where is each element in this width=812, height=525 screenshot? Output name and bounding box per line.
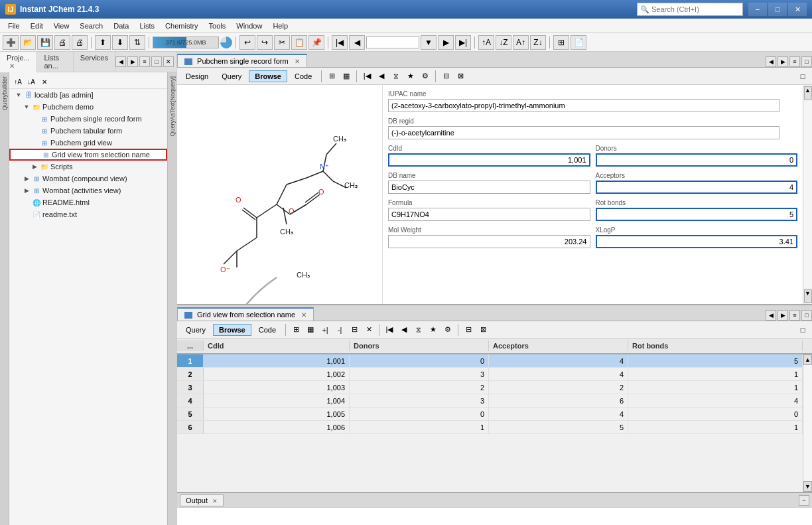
tab-single-record[interactable]: Pubchem single record form ✕ [177, 54, 307, 67]
paste-button[interactable]: 📌 [308, 35, 324, 50]
grid-scroll-down[interactable]: ▼ [803, 481, 812, 492]
tree-wombat-activities[interactable]: ▶ ⊞ Wombat (activities view) [9, 185, 167, 196]
grid-header-acceptors[interactable]: Acceptors [489, 340, 628, 351]
menu-window[interactable]: Window [231, 21, 267, 31]
table-button[interactable]: ⊞ [553, 35, 569, 50]
open-button[interactable]: 📂 [20, 35, 36, 50]
new-button[interactable]: ➕ [3, 35, 19, 50]
grid-table2-icon[interactable]: ▦ [304, 323, 317, 337]
tree-sort-desc[interactable]: ↓A [25, 76, 37, 87]
sort-asc-button[interactable]: ↑A [478, 35, 494, 50]
grid-filter-icon[interactable]: ⧖ [412, 323, 425, 337]
tree-wombat1-expand[interactable]: ▶ [23, 175, 31, 183]
copy-button[interactable]: 📋 [291, 35, 307, 50]
grid-row-5[interactable]: 5 1,005 0 4 0 [177, 408, 803, 421]
grid-header-donors[interactable]: Donors [350, 340, 489, 351]
xlogp-input[interactable] [596, 235, 798, 248]
output-tab-close[interactable]: ✕ [212, 498, 218, 504]
close-button[interactable]: ✕ [788, 3, 807, 16]
tree-grid-selection[interactable]: ⊞ Grid view from selection name [9, 149, 167, 161]
settings-icon[interactable]: ⚙ [419, 70, 432, 83]
prev-rec-icon[interactable]: ◀ [375, 70, 388, 83]
acceptors-input[interactable] [596, 181, 798, 194]
tab-grid-selection[interactable]: Grid view from selection name ✕ [177, 307, 314, 321]
grid-toolbar-browse[interactable]: Browse [213, 324, 251, 336]
grid-row-1[interactable]: 1 1,001 0 4 5 [177, 354, 803, 368]
save-button[interactable]: 💾 [37, 35, 53, 50]
tree-root[interactable]: ▼ 🗄 localdb [as admin] [9, 89, 167, 101]
queryastext-tab[interactable]: QueryAsText[Noquery] [169, 72, 176, 141]
molweight-input[interactable] [388, 235, 590, 248]
grid-row-3[interactable]: 3 1,003 2 2 1 [177, 381, 803, 394]
querybuilder-tab[interactable]: Querybuilder [1, 72, 9, 115]
tree-wombat2-expand[interactable]: ▶ [23, 187, 31, 194]
grid-header-rotbonds[interactable]: Rot bonds [628, 340, 803, 351]
table2-view-icon[interactable]: ▦ [340, 70, 353, 83]
scroll-up-btn[interactable]: ▲ [804, 86, 812, 100]
form-expand-icon[interactable]: □ [796, 70, 809, 83]
bottom-tab-close[interactable]: ✕ [301, 311, 306, 319]
import-button[interactable]: ⬆ [95, 35, 111, 50]
top-panel-nav-left[interactable]: ◀ [766, 56, 776, 67]
grid-expand-icon[interactable]: □ [796, 323, 809, 337]
menu-data[interactable]: Data [108, 21, 134, 31]
nav-input[interactable]: 1 / 1000 [366, 37, 419, 48]
cdid-input[interactable] [388, 153, 590, 167]
donors-input[interactable] [596, 153, 798, 167]
grid-row-6[interactable]: 6 1,006 1 5 1 [177, 421, 803, 434]
report-button[interactable]: 📄 [571, 35, 586, 50]
toolbar-code[interactable]: Code [289, 70, 318, 82]
sidebar-expand[interactable]: □ [151, 56, 162, 67]
tree-collapse[interactable]: ✕ [38, 76, 50, 87]
toolbar-design[interactable]: Design [180, 70, 214, 82]
last-button[interactable]: ▶| [455, 35, 471, 50]
output-tab[interactable]: Output ✕ [180, 494, 224, 506]
first-rec-icon[interactable]: |◀ [360, 70, 373, 83]
menu-search[interactable]: Search [74, 21, 108, 31]
form-split1-icon[interactable]: ⊟ [439, 70, 452, 83]
first-button[interactable]: |◀ [332, 35, 348, 50]
grid-header-cdid[interactable]: CdId [204, 340, 350, 351]
grid-scroll-up[interactable]: ▲ [803, 354, 812, 365]
scroll-down-btn[interactable]: ▼ [804, 289, 812, 303]
grid-prev-icon[interactable]: ◀ [397, 323, 411, 337]
dbregid-input[interactable] [388, 126, 779, 139]
grid-settings-icon[interactable]: ⚙ [441, 323, 454, 337]
tree-pubchem-expand[interactable]: ▼ [23, 103, 31, 111]
sidebar-close[interactable]: ✕ [163, 56, 174, 67]
search-input[interactable] [651, 5, 738, 13]
next-button[interactable]: ▶ [438, 35, 454, 50]
bookmark-icon[interactable]: ★ [404, 70, 417, 83]
rotbonds-input[interactable] [596, 208, 798, 221]
sidebar-menu[interactable]: ≡ [139, 56, 150, 67]
grid-toolbar-query[interactable]: Query [180, 324, 212, 336]
tree-pubchem-demo[interactable]: ▼ 📁 Pubchem demo [9, 101, 167, 113]
grid-split1-icon[interactable]: ⊟ [462, 323, 475, 337]
maximize-button[interactable]: □ [768, 3, 787, 16]
grid-first-icon[interactable]: |◀ [383, 323, 396, 337]
menu-edit[interactable]: Edit [25, 21, 48, 31]
menu-help[interactable]: Help [267, 21, 293, 31]
tree-single-record[interactable]: ⊞ Pubchem single record form [9, 113, 167, 125]
bottom-panel-nav-left[interactable]: ◀ [766, 310, 776, 321]
grid-scrollbar[interactable]: ▲ ▼ [803, 354, 812, 492]
tree-tabular-form[interactable]: ⊞ Pubchem tabular form [9, 125, 167, 137]
grid-add-col-icon[interactable]: +| [318, 323, 332, 337]
redo-button[interactable]: ↪ [257, 35, 273, 50]
grid-toolbar-code[interactable]: Code [253, 324, 282, 336]
grid-col-icon[interactable]: ⊟ [348, 323, 361, 337]
tree-scripts-expand[interactable]: ▶ [31, 163, 38, 171]
sort4-button[interactable]: Z↓ [530, 35, 546, 50]
sidebar-tab-lists[interactable]: Lists an... [37, 52, 73, 72]
form-scrollbar[interactable]: ▲ ▼ [803, 85, 812, 304]
sidebar-nav-right[interactable]: ▶ [127, 56, 138, 67]
bottom-panel-nav-right[interactable]: ▶ [778, 310, 788, 321]
minimize-button[interactable]: − [748, 3, 767, 16]
tree-wombat-compound[interactable]: ▶ ⊞ Wombat (compound view) [9, 173, 167, 185]
tree-root-expand[interactable]: ▼ [15, 91, 23, 99]
top-panel-expand[interactable]: □ [801, 56, 812, 67]
grid-table-icon[interactable]: ⊞ [289, 323, 303, 337]
toolbar-browse[interactable]: Browse [249, 70, 287, 82]
form-split2-icon[interactable]: ⊠ [454, 70, 467, 83]
toolbar-query[interactable]: Query [216, 70, 247, 82]
